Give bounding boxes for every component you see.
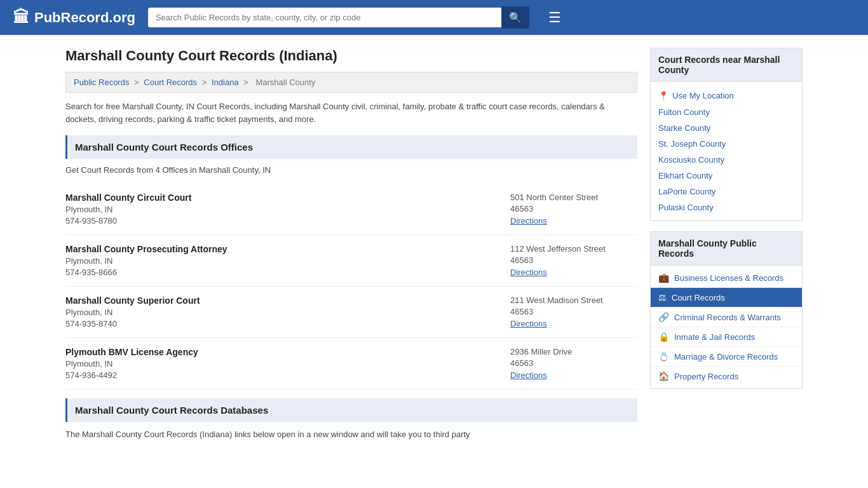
sidebar-record-item[interactable]: 💼 Business Licenses & Records bbox=[651, 268, 802, 288]
sidebar-record-item[interactable]: 💍 Marriage & Divorce Records bbox=[651, 347, 802, 367]
logo-icon: 🏛 bbox=[13, 8, 29, 27]
breadcrumb-sep-3: > bbox=[243, 78, 250, 87]
sidebar-nearby-items: 📍 Use My Location Fulton CountyStarke Co… bbox=[651, 82, 802, 220]
office-zip: 46563 bbox=[510, 307, 637, 316]
record-icon: 💼 bbox=[658, 273, 669, 283]
sidebar-nearby-county[interactable]: Kosciusko County bbox=[651, 152, 802, 168]
directions-link[interactable]: Directions bbox=[510, 370, 547, 380]
sidebar-record-item[interactable]: 🏠 Property Records bbox=[651, 367, 802, 386]
offices-section-header: Marshall County Court Records Offices bbox=[65, 135, 637, 159]
sidebar-nearby-section: Court Records near Marshall County 📍 Use… bbox=[650, 48, 803, 221]
office-city: Plymouth, IN bbox=[65, 205, 191, 214]
office-name: Marshall County Prosecuting Attorney bbox=[65, 244, 227, 254]
office-phone: 574-935-8740 bbox=[65, 319, 200, 329]
office-phone: 574-935-8666 bbox=[65, 268, 227, 277]
record-icon: 💍 bbox=[658, 351, 669, 362]
office-left-0: Marshall County Circuit Court Plymouth, … bbox=[65, 193, 191, 226]
record-icon: ⚖ bbox=[658, 292, 667, 302]
record-label: Business Licenses & Records bbox=[674, 273, 783, 283]
office-name: Marshall County Superior Court bbox=[65, 295, 200, 306]
office-zip: 46563 bbox=[510, 255, 637, 265]
office-entry: Marshall County Superior Court Plymouth,… bbox=[65, 287, 637, 338]
office-address: 2936 Miller Drive bbox=[510, 347, 637, 356]
sidebar-pubrecords-section: Marshall County Public Records 💼 Busines… bbox=[650, 231, 803, 389]
intro-text: Search for free Marshall County, IN Cour… bbox=[65, 100, 637, 125]
use-my-location[interactable]: 📍 Use My Location bbox=[651, 87, 802, 104]
page-title: Marshall County Court Records (Indiana) bbox=[65, 48, 637, 64]
sidebar-nearby-county[interactable]: Fulton County bbox=[651, 104, 802, 120]
use-location-label: Use My Location bbox=[672, 91, 734, 100]
sidebar-record-item[interactable]: 🔗 Criminal Records & Warrants bbox=[651, 308, 802, 327]
office-right-1: 112 West Jefferson Street 46563 Directio… bbox=[510, 244, 637, 277]
record-icon: 🔗 bbox=[658, 312, 669, 322]
office-city: Plymouth, IN bbox=[65, 256, 227, 266]
sidebar-pubrecords-items: 💼 Business Licenses & Records ⚖ Court Re… bbox=[651, 266, 802, 388]
sidebar-nearby-header: Court Records near Marshall County bbox=[651, 48, 802, 82]
office-address: 211 West Madison Street bbox=[510, 295, 637, 305]
search-bar: 🔍 bbox=[148, 6, 529, 29]
site-header: 🏛 PubRecord.org 🔍 ☰ bbox=[0, 0, 868, 35]
record-label: Court Records bbox=[672, 293, 725, 302]
breadcrumb-sep-1: > bbox=[134, 78, 141, 87]
sidebar-record-item[interactable]: 🔒 Inmate & Jail Records bbox=[651, 327, 802, 347]
record-icon: 🏠 bbox=[658, 371, 669, 381]
menu-icon[interactable]: ☰ bbox=[548, 10, 561, 26]
directions-link[interactable]: Directions bbox=[510, 319, 547, 329]
office-entry: Plymouth BMV License Agency Plymouth, IN… bbox=[65, 338, 637, 390]
office-city: Plymouth, IN bbox=[65, 359, 198, 369]
record-icon: 🔒 bbox=[658, 332, 669, 342]
office-left-1: Marshall County Prosecuting Attorney Ply… bbox=[65, 244, 227, 277]
office-name: Marshall County Circuit Court bbox=[65, 193, 191, 203]
record-label: Marriage & Divorce Records bbox=[674, 352, 778, 362]
breadcrumb-public-records[interactable]: Public Records bbox=[74, 78, 129, 87]
office-left-3: Plymouth BMV License Agency Plymouth, IN… bbox=[65, 347, 198, 380]
sidebar-nearby-county[interactable]: Pulaski County bbox=[651, 200, 802, 215]
record-label: Property Records bbox=[674, 372, 738, 381]
sidebar-nearby-county[interactable]: St. Joseph County bbox=[651, 136, 802, 152]
office-phone: 574-935-8780 bbox=[65, 216, 191, 226]
site-logo[interactable]: 🏛 PubRecord.org bbox=[13, 8, 135, 27]
breadcrumb-court-records[interactable]: Court Records bbox=[144, 78, 197, 87]
office-name: Plymouth BMV License Agency bbox=[65, 347, 198, 357]
sidebar-nearby-county[interactable]: Starke County bbox=[651, 120, 802, 136]
breadcrumb-sep-2: > bbox=[202, 78, 209, 87]
office-right-3: 2936 Miller Drive 46563 Directions bbox=[510, 347, 637, 380]
search-input[interactable] bbox=[148, 8, 501, 27]
location-icon: 📍 bbox=[658, 91, 668, 100]
page-container: Marshall County Court Records (Indiana) … bbox=[53, 35, 815, 441]
nearby-counties-list: Fulton CountyStarke CountySt. Joseph Cou… bbox=[651, 104, 802, 215]
sidebar-pubrecords-header: Marshall County Public Records bbox=[651, 232, 802, 266]
record-label: Criminal Records & Warrants bbox=[674, 313, 781, 322]
databases-intro-text: The Marshall County Court Records (India… bbox=[65, 428, 637, 441]
office-zip: 46563 bbox=[510, 204, 637, 214]
office-address: 501 North Center Street bbox=[510, 193, 637, 202]
office-address: 112 West Jefferson Street bbox=[510, 244, 637, 254]
sidebar-nearby-county[interactable]: LaPorte County bbox=[651, 184, 802, 200]
sidebar-record-item[interactable]: ⚖ Court Records bbox=[651, 288, 802, 308]
office-zip: 46563 bbox=[510, 358, 637, 368]
record-label: Inmate & Jail Records bbox=[674, 332, 755, 342]
office-entry: Marshall County Circuit Court Plymouth, … bbox=[65, 184, 637, 235]
office-city: Plymouth, IN bbox=[65, 308, 200, 317]
directions-link[interactable]: Directions bbox=[510, 268, 547, 277]
logo-text: PubRecord.org bbox=[34, 10, 135, 26]
office-phone: 574-936-4492 bbox=[65, 370, 198, 380]
office-left-2: Marshall County Superior Court Plymouth,… bbox=[65, 295, 200, 329]
databases-section-header: Marshall County Court Records Databases bbox=[65, 398, 637, 422]
office-right-2: 211 West Madison Street 46563 Directions bbox=[510, 295, 637, 329]
offices-list: Marshall County Circuit Court Plymouth, … bbox=[65, 184, 637, 390]
search-button[interactable]: 🔍 bbox=[501, 6, 529, 29]
breadcrumb: Public Records > Court Records > Indiana… bbox=[65, 72, 637, 93]
breadcrumb-marshall-county: Marshall County bbox=[255, 78, 315, 87]
breadcrumb-indiana[interactable]: Indiana bbox=[212, 78, 239, 87]
sidebar: Court Records near Marshall County 📍 Use… bbox=[650, 48, 803, 441]
directions-link[interactable]: Directions bbox=[510, 216, 547, 226]
offices-sub-text: Get Court Records from 4 Offices in Mars… bbox=[65, 165, 637, 175]
main-content: Marshall County Court Records (Indiana) … bbox=[65, 48, 637, 441]
office-entry: Marshall County Prosecuting Attorney Ply… bbox=[65, 235, 637, 287]
office-right-0: 501 North Center Street 46563 Directions bbox=[510, 193, 637, 226]
sidebar-nearby-county[interactable]: Elkhart County bbox=[651, 168, 802, 184]
